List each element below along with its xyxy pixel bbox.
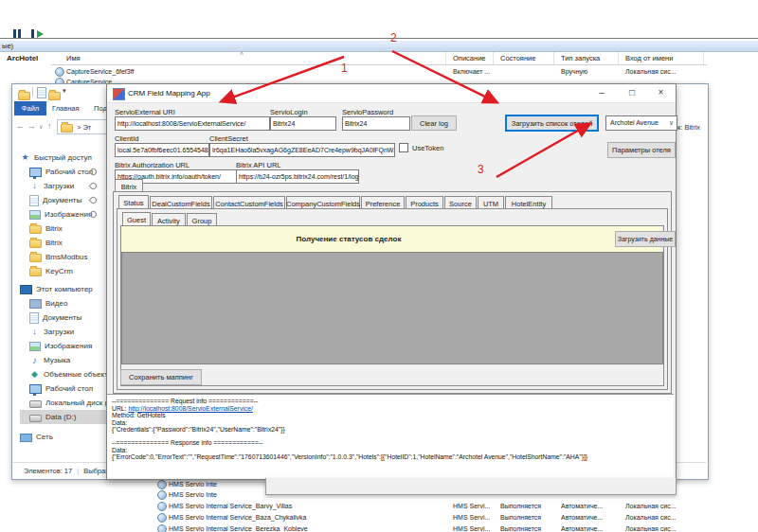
api-url-label: Bitrix API URL (236, 161, 281, 169)
window-bottom-panel (265, 478, 677, 495)
table-row[interactable]: HMS Servio Internal Service_Berezka_Kobl… (157, 524, 167, 532)
request-info-header: --============== Request info ==========… (112, 398, 674, 405)
service-name: HMS Servio Internal Service_Berezka_Kobl… (169, 525, 308, 532)
app-title-bar[interactable]: CRM Field Mapping App – □ × (107, 84, 676, 103)
response-info-header: --============== Response info =========… (112, 439, 674, 447)
client-id-field[interactable]: local.5e7a0fbf6eec01.65545489 (115, 143, 209, 157)
load-hotels-button[interactable]: Загрузить список отелей (505, 115, 599, 132)
service-logon: Локальная сис... (625, 503, 677, 509)
hotel-select-value: Archotel Avenue (610, 119, 659, 126)
service-icon (157, 502, 167, 511)
table-row[interactable]: CaptureService_6fef3ff Включает ... Вруч… (55, 67, 64, 78)
service-icon (157, 524, 167, 532)
client-id-label: ClientId (115, 134, 138, 143)
servio-login-field[interactable]: Bitrix24 (270, 116, 336, 131)
document-icon (29, 195, 39, 206)
service-startup: Автоматиче... (561, 525, 603, 532)
toolbar-divider (0, 38, 758, 39)
column-header-description[interactable]: Описание (453, 54, 486, 62)
client-secret-label: ClientSecret (209, 134, 248, 143)
star-icon: ★ (20, 152, 30, 163)
auth-url-label: Bitrix Authorization URL (115, 161, 190, 169)
sort-ascending-icon: ˄ (240, 50, 244, 57)
forward-icon[interactable]: → (27, 121, 36, 131)
desktop-icon (29, 384, 42, 394)
hotel-select[interactable]: Archotel Avenue ∨ (605, 115, 677, 131)
sidebar-item-this-pc[interactable]: Этот компьютер (20, 282, 111, 296)
folder-icon (61, 124, 73, 133)
log-panel[interactable]: --============== Request info ==========… (107, 394, 674, 478)
navigation-pane: ★Быстрый доступ Рабочий стол ↓Загрузки Д… (20, 151, 115, 444)
table-row[interactable]: HMS Servio Internal Service_Barvy_Villas… (157, 502, 167, 512)
picture-icon (29, 210, 41, 220)
quick-access-dropdown-icon[interactable]: ▾ (63, 87, 66, 95)
column-header-state[interactable]: Состояние (500, 54, 535, 62)
table-row[interactable]: HMS Servio Inte (157, 480, 167, 490)
clear-log-button[interactable]: Clear log (411, 115, 457, 131)
screen: ые) ArcHotel Имя ˄ Описание Состояние Ти… (0, 0, 758, 532)
close-button[interactable]: × (647, 84, 675, 102)
desktop-icon (29, 168, 42, 177)
service-startup: Автоматиче... (561, 514, 603, 521)
service-icon (55, 67, 64, 77)
column-header-name[interactable]: Имя (66, 54, 81, 62)
response-json: {"ErrorCode":0,"ErrorText":"","RequestTi… (112, 453, 674, 461)
column-header-logon[interactable]: Вход от имени (625, 54, 673, 62)
history-chevron-icon[interactable]: ∨ (39, 123, 43, 130)
hotel-params-button[interactable]: Параметры отеля (607, 142, 676, 158)
minimize-button[interactable]: – (587, 84, 617, 102)
servio-password-label: ServioPassword (342, 108, 393, 116)
sidebar-item-network[interactable]: Сеть (20, 430, 111, 444)
back-icon[interactable]: ← (16, 121, 25, 131)
servio-password-field[interactable]: Bitrix24 (342, 116, 410, 131)
app-icon (113, 88, 125, 100)
service-name: HMS Servio Internal Service_Baza_Chykali… (169, 514, 307, 521)
folder-icon[interactable] (18, 92, 30, 100)
maximize-button[interactable]: □ (617, 84, 647, 102)
table-row[interactable]: HMS Servio Internal Service_Baza_Chykali… (157, 513, 167, 523)
servio-uri-field[interactable]: http://localhost:8008/ServioExternalServ… (115, 116, 270, 131)
console-header-bar: ые) (0, 41, 758, 52)
header-divider (51, 64, 707, 65)
service-startup: Автоматиче... (561, 503, 603, 509)
load-data-button[interactable]: Загрузить данные (615, 231, 676, 247)
service-icon (157, 490, 167, 500)
request-url-line: URL: http://localhost:8008/ServioExterna… (112, 405, 674, 413)
api-url-field[interactable]: https://b24-ozr5ps.bitrix24.com/rest/1/l… (236, 169, 359, 184)
network-icon (20, 434, 32, 442)
ribbon-tab-share[interactable]: Под (94, 104, 107, 113)
checkbox-box (399, 143, 408, 152)
save-mapping-button[interactable]: Сохранить маппинг (120, 369, 202, 385)
ribbon-tab-file[interactable]: Файл (14, 101, 46, 115)
download-icon: ↓ (29, 327, 40, 337)
service-description: HMS Servi... (453, 503, 490, 509)
service-logon: Локальная сис... (625, 68, 677, 75)
document-icon (29, 312, 39, 324)
folder-icon (29, 239, 42, 248)
request-url-link[interactable]: http://localhost:8008/ServioExternalServ… (128, 405, 252, 412)
service-description: Включает ... (453, 68, 490, 75)
ribbon-tab-home[interactable]: Главная (52, 104, 80, 113)
column-header-startup[interactable]: Тип запуска (561, 54, 600, 62)
service-icon (157, 480, 167, 489)
pause-service-icon[interactable] (13, 25, 23, 42)
resume-service-icon[interactable] (31, 25, 44, 42)
request-data-label: Data: (112, 419, 674, 427)
use-token-checkbox[interactable]: UseToken (399, 143, 443, 152)
sidebar-item-quick-access[interactable]: ★Быстрый доступ (20, 151, 111, 165)
data-grid[interactable] (121, 252, 663, 364)
address-path: > Эт (77, 123, 91, 132)
new-folder-icon[interactable] (48, 92, 61, 100)
client-secret-field[interactable]: lr6qa1EHao6la5vxagAG6gZE8EeAD7Cre4epw9bq… (209, 143, 395, 157)
service-name: HMS Servio Inte (169, 491, 217, 498)
up-icon[interactable]: ↑ (47, 121, 52, 131)
properties-icon[interactable] (37, 87, 46, 98)
disk-icon (29, 415, 42, 422)
pin-icon (89, 196, 99, 205)
servio-login-label: ServioLogin (270, 108, 308, 116)
table-row[interactable]: HMS Servio Inte (157, 490, 167, 501)
search-box-fragment[interactable]: к: Bitrix (677, 123, 700, 132)
console-tab-fragment: ые) (2, 42, 13, 50)
request-json: {"Credentials":{"Password":"Bitrix24","U… (112, 426, 674, 434)
folder-icon (29, 268, 42, 276)
